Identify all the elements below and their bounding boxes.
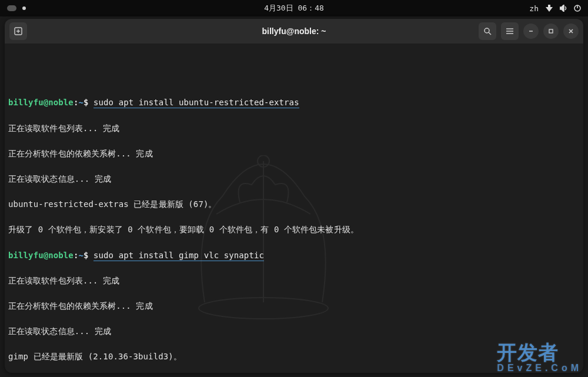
prompt-path: ~ [78, 251, 83, 260]
output-line: 正在分析软件包的依赖关系树... 完成 [8, 148, 580, 161]
minimize-button[interactable] [523, 24, 539, 39]
gnome-topbar: 4月30日 06：48 zh [0, 0, 588, 16]
output-line: 正在读取软件包列表... 完成 [8, 275, 580, 288]
output-line: 正在读取软件包列表... 完成 [8, 122, 580, 135]
output-line: 正在读取状态信息... 完成 [8, 325, 580, 338]
svg-line-6 [489, 32, 491, 35]
input-method-indicator[interactable]: zh [529, 4, 539, 13]
terminal-output[interactable]: billyfu@noble:~$ sudo apt install ubuntu… [5, 44, 583, 373]
terminal-indicator-icon[interactable] [22, 6, 26, 10]
output-line: 升级了 0 个软件包，新安装了 0 个软件包，要卸载 0 个软件包，有 0 个软… [8, 223, 580, 236]
command-2: sudo apt install gimp vlc synaptic [93, 251, 264, 261]
output-line: ubuntu-restricted-extras 已经是最新版 (67)。 [8, 198, 580, 211]
command-1: sudo apt install ubuntu-restricted-extra… [93, 98, 299, 108]
prompt-path: ~ [78, 98, 83, 107]
prompt-user: billyfu@noble [8, 98, 74, 107]
window-title: billyfu@noble: ~ [262, 26, 326, 36]
new-tab-button[interactable] [9, 22, 27, 40]
prompt-user: billyfu@noble [8, 251, 74, 260]
prompt-symbol: $ [83, 251, 89, 260]
output-line: 正在分析软件包的依赖关系树... 完成 [8, 300, 580, 313]
output-line: 正在读取状态信息... 完成 [8, 173, 580, 186]
network-icon[interactable] [544, 5, 554, 12]
close-button[interactable] [563, 24, 579, 39]
search-button[interactable] [479, 22, 496, 40]
output-line: gimp 已经是最新版 (2.10.36-3build3)。 [8, 351, 580, 363]
volume-icon[interactable] [560, 5, 568, 12]
svg-rect-11 [549, 29, 553, 33]
maximize-button[interactable] [543, 24, 559, 39]
power-icon[interactable] [574, 5, 581, 12]
prompt-symbol: $ [83, 98, 89, 107]
terminal-window: billyfu@noble: ~ [5, 19, 583, 373]
hamburger-menu-button[interactable] [501, 22, 519, 40]
window-titlebar: billyfu@noble: ~ [5, 19, 583, 44]
svg-point-5 [485, 28, 489, 33]
clock[interactable]: 4月30日 06：48 [264, 3, 324, 14]
activities-icon[interactable] [7, 5, 16, 11]
